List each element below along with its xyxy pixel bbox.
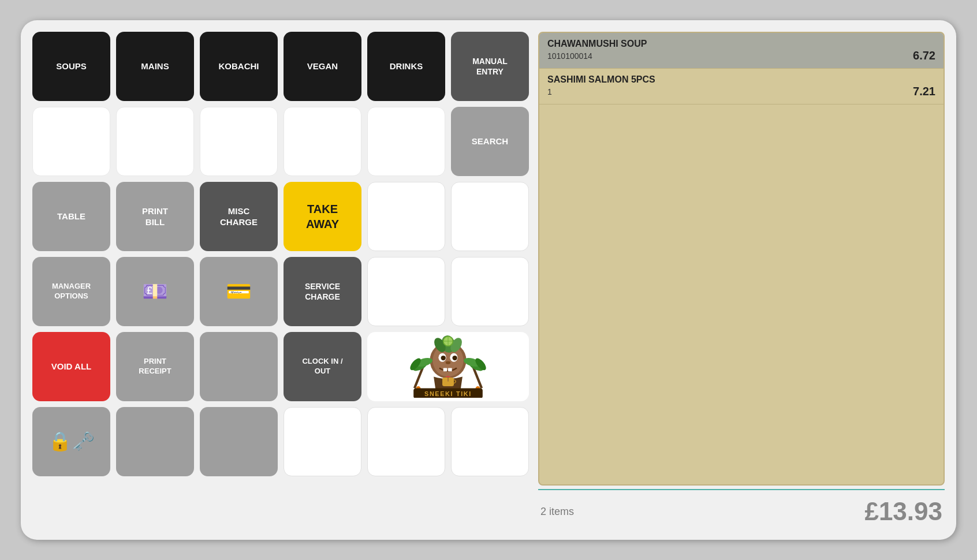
receipt-footer: 2 items £13.93 <box>538 489 945 528</box>
item1-name: CHAWANMUSHI SOUP <box>547 39 935 49</box>
item-count: 2 items <box>540 506 574 518</box>
svg-rect-8 <box>448 368 452 371</box>
empty-btn-5 <box>367 107 445 176</box>
item1-sub: 1010100014 <box>547 51 592 61</box>
money-icon: 💷 <box>142 278 168 305</box>
main-container: SOUPS MAINS KOBACHI VEGAN DRINKS MANUALE… <box>21 20 956 540</box>
empty-btn-10 <box>200 332 278 401</box>
card-icon: 💳 <box>226 278 252 305</box>
receipt-area: CHAWANMUSHI SOUP 1010100014 6.72 SASHIMI… <box>538 32 945 486</box>
card-button[interactable]: 💳 <box>200 257 278 326</box>
manual-entry-button[interactable]: MANUALENTRY <box>451 32 529 101</box>
empty-btn-2 <box>116 107 194 176</box>
item2-name: SASHIMI SALMON 5PCS <box>547 74 935 85</box>
drinks-button[interactable]: DRINKS <box>367 32 445 101</box>
left-panel: SOUPS MAINS KOBACHI VEGAN DRINKS MANUALE… <box>32 32 529 528</box>
right-panel: CHAWANMUSHI SOUP 1010100014 6.72 SASHIMI… <box>538 32 945 528</box>
row3: TABLE PRINTBILL MISCCHARGE TAKEAWAY <box>32 182 529 251</box>
item1-price: 6.72 <box>913 49 935 62</box>
item2-sub: 1 <box>547 87 552 96</box>
money-button[interactable]: 💷 <box>116 257 194 326</box>
row4: MANAGEROPTIONS 💷 💳 SERVICECHARGE <box>32 257 529 326</box>
clock-in-out-button[interactable]: CLOCK IN /OUT <box>284 332 361 401</box>
print-receipt-button[interactable]: PRINTRECEIPT <box>116 332 194 401</box>
item2-price: 7.21 <box>913 85 935 98</box>
misc-charge-button[interactable]: MISCCHARGE <box>200 182 278 251</box>
receipt-item-2: SASHIMI SALMON 5PCS 1 7.21 <box>539 69 944 104</box>
kobachi-button[interactable]: KOBACHI <box>200 32 278 101</box>
row5: VOID ALL PRINTRECEIPT CLOCK IN /OUT <box>32 332 529 401</box>
row6: 🔒🗝️ <box>32 407 529 476</box>
search-button[interactable]: SEARCH <box>451 107 529 176</box>
empty-btn-3 <box>200 107 278 176</box>
take-away-button[interactable]: TAKEAWAY <box>284 182 361 251</box>
item2-row: 1 7.21 <box>547 85 935 98</box>
svg-point-4 <box>441 356 446 360</box>
svg-rect-7 <box>443 368 448 371</box>
row2: SEARCH <box>32 107 529 176</box>
soups-button[interactable]: SOUPS <box>32 32 110 101</box>
empty-btn-7 <box>451 182 529 251</box>
receipt-item-1: CHAWANMUSHI SOUP 1010100014 6.72 <box>539 33 944 69</box>
empty-btn-4 <box>284 107 361 176</box>
svg-rect-6 <box>446 361 450 364</box>
mains-button[interactable]: MAINS <box>116 32 194 101</box>
vegan-button[interactable]: VEGAN <box>284 32 361 101</box>
empty-btn-15 <box>451 407 529 476</box>
empty-btn-11 <box>116 407 194 476</box>
lock-key-icon: 🔒🗝️ <box>49 430 95 454</box>
print-bill-button[interactable]: PRINTBILL <box>116 182 194 251</box>
lock-key-button[interactable]: 🔒🗝️ <box>32 407 110 476</box>
logo-area: SNEEKI TIKI <box>367 332 529 401</box>
svg-text:SNEEKI TIKI: SNEEKI TIKI <box>424 390 472 397</box>
empty-btn-1 <box>32 107 110 176</box>
item1-row: 1010100014 6.72 <box>547 49 935 62</box>
total-price: £13.93 <box>864 497 942 526</box>
table-button[interactable]: TABLE <box>32 182 110 251</box>
void-all-button[interactable]: VOID ALL <box>32 332 110 401</box>
empty-btn-9 <box>451 257 529 326</box>
empty-btn-14 <box>367 407 445 476</box>
svg-point-5 <box>452 356 457 360</box>
empty-btn-8 <box>367 257 445 326</box>
empty-btn-13 <box>284 407 361 476</box>
manager-options-button[interactable]: MANAGEROPTIONS <box>32 257 110 326</box>
service-charge-button[interactable]: SERVICECHARGE <box>284 257 361 326</box>
empty-btn-6 <box>367 182 445 251</box>
empty-btn-12 <box>200 407 278 476</box>
category-row: SOUPS MAINS KOBACHI VEGAN DRINKS MANUALE… <box>32 32 529 101</box>
